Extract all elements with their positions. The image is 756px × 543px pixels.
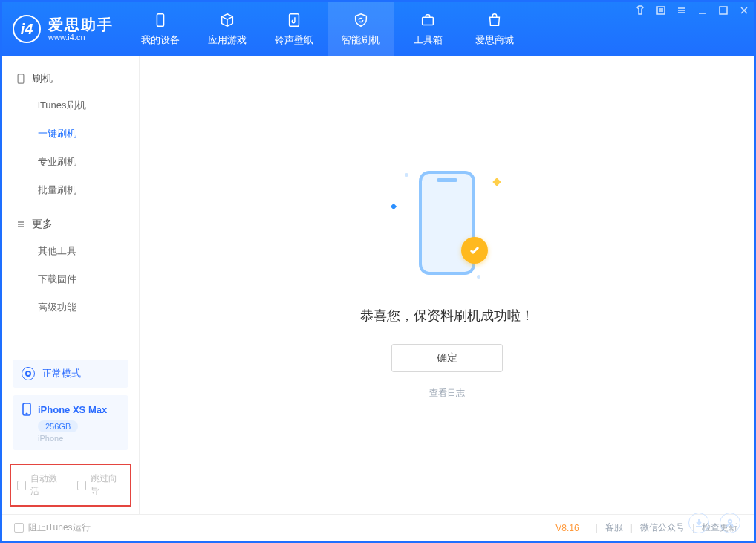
user-button[interactable] bbox=[720, 513, 740, 533]
success-message: 恭喜您，保资料刷机成功啦！ bbox=[360, 307, 534, 325]
phone-icon bbox=[151, 11, 169, 29]
nav-label: 应用游戏 bbox=[208, 33, 247, 47]
auto-activate-label: 自动激活 bbox=[30, 472, 64, 498]
device-type: iPhone bbox=[38, 434, 120, 443]
cube-icon bbox=[218, 11, 236, 29]
shirt-icon[interactable] bbox=[635, 5, 645, 16]
svg-rect-4 bbox=[720, 7, 727, 14]
bag-icon bbox=[486, 11, 504, 29]
sidebar-item-pro-flash[interactable]: 专业刷机 bbox=[2, 148, 139, 176]
note-icon[interactable] bbox=[656, 5, 666, 16]
device-card[interactable]: iPhone XS Max 256GB iPhone bbox=[13, 395, 128, 450]
mode-label: 正常模式 bbox=[42, 367, 81, 380]
svg-rect-6 bbox=[18, 74, 24, 83]
skip-guide-label: 跳过向导 bbox=[91, 472, 124, 498]
footer-link-wechat[interactable]: 微信公众号 bbox=[636, 521, 689, 534]
skip-guide-checkbox[interactable]: 跳过向导 bbox=[77, 472, 124, 498]
section-flash: 刷机 bbox=[2, 66, 139, 91]
nav-apps-games[interactable]: 应用游戏 bbox=[194, 2, 261, 56]
nav-label: 工具箱 bbox=[414, 33, 443, 47]
nav-label: 铃声壁纸 bbox=[275, 33, 313, 47]
nav-ringtone-wallpaper[interactable]: 铃声壁纸 bbox=[261, 2, 328, 56]
music-file-icon bbox=[285, 11, 303, 29]
app-url: www.i4.cn bbox=[48, 33, 114, 42]
nav-my-device[interactable]: 我的设备 bbox=[127, 2, 194, 56]
highlighted-options: 自动激活 跳过向导 bbox=[10, 464, 131, 507]
checkbox-icon bbox=[14, 523, 24, 533]
maximize-icon[interactable] bbox=[718, 5, 729, 16]
close-icon[interactable] bbox=[739, 5, 749, 16]
svg-rect-0 bbox=[157, 14, 163, 27]
checkbox-icon bbox=[17, 481, 26, 490]
sidebar-item-advanced[interactable]: 高级功能 bbox=[2, 293, 139, 322]
app-name: 爱思助手 bbox=[48, 16, 114, 33]
minimize-icon[interactable] bbox=[697, 5, 708, 16]
window-controls bbox=[635, 5, 749, 16]
svg-point-5 bbox=[729, 520, 731, 523]
main-content: 恭喜您，保资料刷机成功啦！ 确定 查看日志 bbox=[140, 56, 754, 514]
svg-rect-1 bbox=[290, 14, 299, 27]
menu-icon[interactable] bbox=[677, 5, 687, 16]
body: 刷机 iTunes刷机 一键刷机 专业刷机 批量刷机 更多 其他工具 下载固件 … bbox=[2, 56, 754, 514]
section-more: 更多 bbox=[2, 212, 139, 237]
sidebar-item-download-firmware[interactable]: 下载固件 bbox=[2, 265, 139, 293]
svg-point-8 bbox=[26, 413, 27, 414]
sidebar-item-itunes-flash[interactable]: iTunes刷机 bbox=[2, 91, 139, 120]
nav-toolbox[interactable]: 工具箱 bbox=[394, 2, 461, 56]
nav-label: 智能刷机 bbox=[342, 33, 380, 47]
mode-status[interactable]: 正常模式 bbox=[13, 360, 128, 388]
sidebar-item-one-click-flash[interactable]: 一键刷机 bbox=[2, 120, 139, 148]
sidebar-item-other-tools[interactable]: 其他工具 bbox=[2, 237, 139, 265]
phone-outline-icon bbox=[16, 74, 26, 84]
shield-refresh-icon bbox=[352, 11, 370, 29]
section-title: 刷机 bbox=[32, 72, 53, 85]
footer-link-support[interactable]: 客服 bbox=[601, 521, 628, 534]
ok-button[interactable]: 确定 bbox=[391, 344, 503, 372]
device-capacity: 256GB bbox=[38, 420, 78, 432]
section-title: 更多 bbox=[32, 218, 53, 231]
block-itunes-label: 阻止iTunes运行 bbox=[28, 521, 91, 534]
footer: 阻止iTunes运行 V8.16 | 客服 | 微信公众号 | 检查更新 bbox=[2, 514, 754, 541]
auto-activate-checkbox[interactable]: 自动激活 bbox=[17, 472, 64, 498]
sidebar-item-batch-flash[interactable]: 批量刷机 bbox=[2, 176, 139, 204]
block-itunes-checkbox[interactable]: 阻止iTunes运行 bbox=[14, 521, 91, 534]
check-badge-icon bbox=[461, 237, 488, 264]
device-name: iPhone XS Max bbox=[38, 404, 107, 415]
checkbox-icon bbox=[77, 481, 86, 490]
version-label: V8.16 bbox=[555, 523, 579, 533]
svg-rect-2 bbox=[423, 17, 434, 25]
list-icon bbox=[16, 219, 26, 230]
logo: i4 爱思助手 www.i4.cn bbox=[2, 2, 127, 56]
nav-smart-flash[interactable]: 智能刷机 bbox=[328, 2, 394, 56]
briefcase-icon bbox=[419, 11, 437, 29]
logo-icon: i4 bbox=[13, 15, 41, 43]
view-log-link[interactable]: 查看日志 bbox=[429, 387, 465, 400]
mode-icon bbox=[22, 367, 35, 380]
nav-label: 爱思商城 bbox=[475, 33, 514, 47]
app-window: i4 爱思助手 www.i4.cn 我的设备 应用游戏 铃声壁纸 智能刷机 bbox=[0, 0, 756, 543]
top-nav: 我的设备 应用游戏 铃声壁纸 智能刷机 工具箱 爱思商城 bbox=[127, 2, 528, 56]
sidebar: 刷机 iTunes刷机 一键刷机 专业刷机 批量刷机 更多 其他工具 下载固件 … bbox=[2, 56, 140, 514]
nav-store[interactable]: 爱思商城 bbox=[461, 2, 528, 56]
header: i4 爱思助手 www.i4.cn 我的设备 应用游戏 铃声壁纸 智能刷机 bbox=[2, 2, 754, 56]
header-actions bbox=[688, 513, 740, 533]
nav-label: 我的设备 bbox=[141, 33, 180, 47]
success-illustration bbox=[384, 160, 510, 286]
download-button[interactable] bbox=[688, 513, 709, 533]
device-icon bbox=[22, 403, 32, 416]
svg-rect-3 bbox=[657, 7, 665, 14]
